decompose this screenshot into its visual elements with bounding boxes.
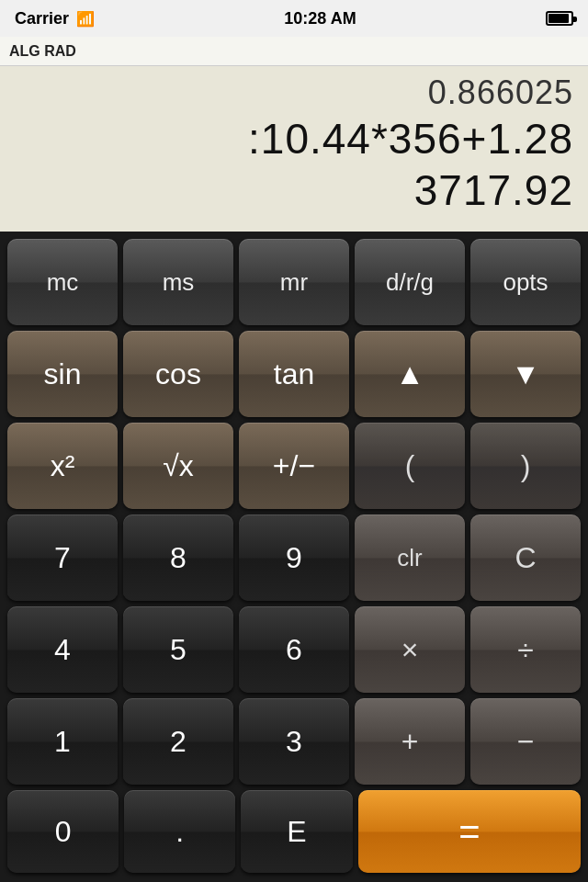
calculator-pad: mc ms mr d/r/g opts sin cos tan ▲ ▼ x² √… <box>0 232 588 880</box>
1-button[interactable]: 1 <box>7 698 118 785</box>
row-memory: mc ms mr d/r/g opts <box>7 239 581 325</box>
row-456: 4 5 6 × ÷ <box>7 606 581 693</box>
equals-button[interactable]: = <box>358 790 581 873</box>
c-button[interactable]: C <box>470 514 581 601</box>
4-button[interactable]: 4 <box>7 606 118 693</box>
display-expression: :10.44*356+1.28 <box>248 114 573 164</box>
mr-button[interactable]: mr <box>239 239 349 325</box>
time-label: 10:28 AM <box>284 9 356 28</box>
calculator-display: 0.866025 :10.44*356+1.28 3717.92 <box>0 66 588 232</box>
sin-button[interactable]: sin <box>7 331 118 417</box>
tan-button[interactable]: tan <box>239 331 349 417</box>
2-button[interactable]: 2 <box>123 698 233 785</box>
battery-icon <box>546 11 573 26</box>
9-button[interactable]: 9 <box>239 514 349 601</box>
lparen-button[interactable]: ( <box>355 423 465 509</box>
mode-label: ALG RAD <box>9 43 76 60</box>
divide-button[interactable]: ÷ <box>470 606 581 693</box>
carrier-label: Carrier <box>15 9 69 28</box>
e-button[interactable]: E <box>241 790 352 873</box>
display-previous: 0.866025 <box>428 74 573 112</box>
mode-bar: ALG RAD <box>0 37 588 66</box>
7-button[interactable]: 7 <box>7 514 118 601</box>
clr-button[interactable]: clr <box>355 514 465 601</box>
mc-button[interactable]: mc <box>7 239 118 325</box>
row-trig: sin cos tan ▲ ▼ <box>7 331 581 417</box>
plus-button[interactable]: + <box>355 698 465 785</box>
rparen-button[interactable]: ) <box>470 423 581 509</box>
3-button[interactable]: 3 <box>239 698 349 785</box>
row-123: 1 2 3 + − <box>7 698 581 785</box>
row-functions: x² √x +/− ( ) <box>7 423 581 509</box>
multiply-button[interactable]: × <box>355 606 465 693</box>
wifi-icon: 📶 <box>76 10 95 28</box>
0-button[interactable]: 0 <box>7 790 119 873</box>
row-789: 7 8 9 clr C <box>7 514 581 601</box>
down-button[interactable]: ▼ <box>470 331 581 417</box>
dot-button[interactable]: . <box>124 790 235 873</box>
display-result: 3717.92 <box>414 165 573 215</box>
square-button[interactable]: x² <box>7 423 118 509</box>
6-button[interactable]: 6 <box>239 606 349 693</box>
up-button[interactable]: ▲ <box>355 331 465 417</box>
ms-button[interactable]: ms <box>123 239 233 325</box>
8-button[interactable]: 8 <box>123 514 233 601</box>
status-bar: Carrier 📶 10:28 AM <box>0 0 588 37</box>
cos-button[interactable]: cos <box>123 331 233 417</box>
row-zero: 0 . E = <box>7 790 581 873</box>
5-button[interactable]: 5 <box>123 606 233 693</box>
plusminus-button[interactable]: +/− <box>239 423 349 509</box>
drg-button[interactable]: d/r/g <box>355 239 465 325</box>
sqrt-button[interactable]: √x <box>123 423 233 509</box>
opts-button[interactable]: opts <box>470 239 581 325</box>
minus-button[interactable]: − <box>470 698 581 785</box>
